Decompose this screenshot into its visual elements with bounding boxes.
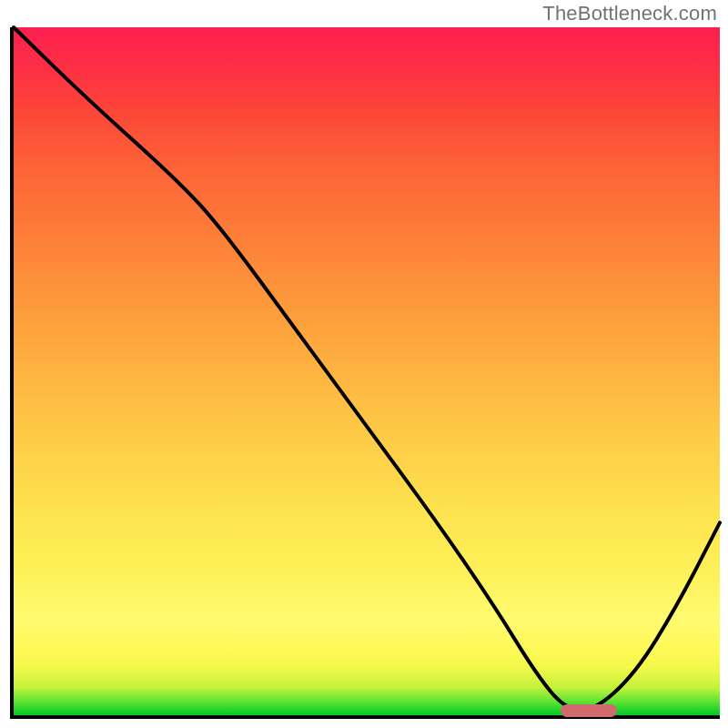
curve-path xyxy=(14,27,720,710)
chart-container: TheBottleneck.com xyxy=(0,0,728,728)
bottleneck-curve xyxy=(14,27,720,715)
watermark-text: TheBottleneck.com xyxy=(542,2,717,25)
optimal-range-marker xyxy=(561,704,617,717)
plot-area xyxy=(10,27,720,719)
